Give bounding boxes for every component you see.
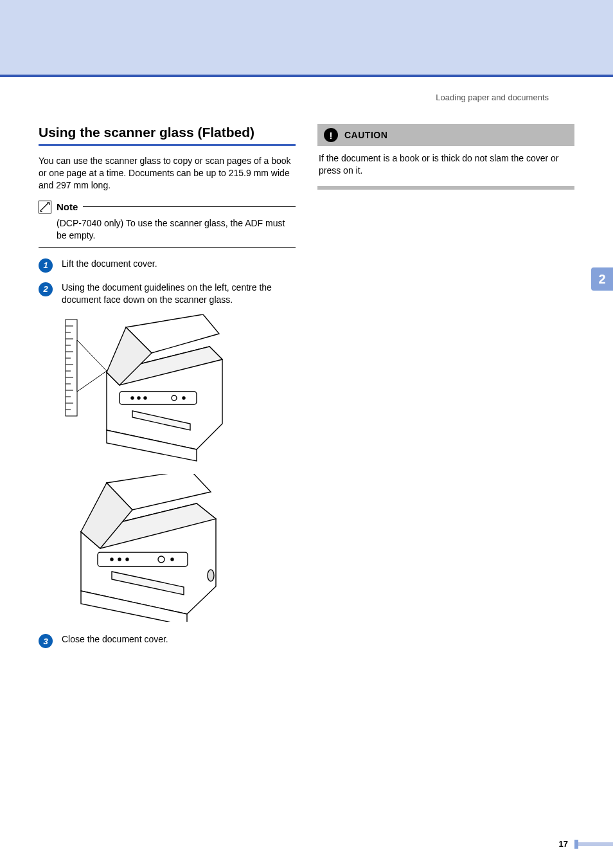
svg-rect-0 bbox=[66, 320, 77, 416]
caution-head: ! CAUTION bbox=[317, 124, 574, 146]
section-intro: You can use the scanner glass to copy or… bbox=[39, 155, 296, 192]
page-body: Loading paper and documents Using the sc… bbox=[0, 77, 613, 657]
illustration-scanner-open bbox=[62, 474, 229, 622]
chapter-side-tab: 2 bbox=[591, 267, 613, 291]
svg-point-20 bbox=[172, 395, 177, 401]
header-bar bbox=[0, 0, 613, 77]
illustration-scanner-open-with-ruler bbox=[62, 314, 229, 462]
running-head: Loading paper and documents bbox=[39, 93, 549, 102]
caution-end-grey bbox=[317, 186, 574, 190]
step-text-1: Lift the document cover. bbox=[62, 258, 296, 270]
right-column: ! CAUTION If the document is a book or i… bbox=[317, 124, 574, 657]
step-marker-3: 3 bbox=[39, 634, 53, 648]
note-icon bbox=[39, 201, 51, 213]
svg-point-24 bbox=[118, 558, 121, 561]
step-item-2: 2 Using the document guidelines on the l… bbox=[39, 282, 296, 306]
content-columns: Using the scanner glass (Flatbed) You ca… bbox=[39, 124, 574, 657]
svg-point-17 bbox=[131, 397, 134, 399]
step-list: 1 Lift the document cover. 2 Using the d… bbox=[39, 258, 296, 649]
illustration-group bbox=[62, 314, 296, 622]
step-marker-2: 2 bbox=[39, 282, 53, 296]
caution-text: If the document is a book or is thick do… bbox=[317, 146, 574, 186]
step-item-3: 3 Close the document cover. bbox=[39, 633, 296, 648]
svg-point-25 bbox=[126, 558, 129, 561]
note-label: Note bbox=[57, 201, 78, 212]
svg-point-27 bbox=[171, 558, 173, 561]
svg-point-19 bbox=[144, 397, 147, 399]
left-column: Using the scanner glass (Flatbed) You ca… bbox=[39, 124, 296, 657]
caution-icon: ! bbox=[324, 128, 338, 142]
page-number: 17 bbox=[559, 839, 568, 849]
ruler-icon bbox=[66, 320, 107, 416]
svg-point-23 bbox=[111, 558, 113, 561]
step-text-3: Close the document cover. bbox=[62, 633, 296, 646]
svg-marker-15 bbox=[77, 340, 107, 392]
printer-open-lid-icon bbox=[107, 314, 222, 461]
caution-end-rule bbox=[317, 186, 574, 190]
printer-open-lid-icon bbox=[81, 474, 216, 622]
step-marker-1: 1 bbox=[39, 258, 53, 273]
section-title-rule bbox=[39, 144, 296, 146]
caution-label: CAUTION bbox=[344, 130, 387, 140]
svg-point-21 bbox=[182, 397, 185, 399]
note-head-line bbox=[83, 206, 296, 207]
step-text-2: Using the document guidelines on the lef… bbox=[62, 282, 296, 306]
footer: 17 bbox=[0, 839, 613, 849]
note-end-rule bbox=[39, 247, 296, 248]
svg-point-18 bbox=[138, 397, 140, 399]
caution-block: ! CAUTION If the document is a book or i… bbox=[317, 124, 574, 190]
section-title: Using the scanner glass (Flatbed) bbox=[39, 124, 296, 140]
note-head-row: Note bbox=[39, 201, 296, 213]
svg-point-26 bbox=[158, 556, 164, 563]
note-block: Note (DCP-7040 only) To use the scanner … bbox=[39, 201, 296, 248]
footer-tick bbox=[574, 840, 578, 849]
svg-point-28 bbox=[208, 570, 214, 581]
note-text: (DCP-7040 only) To use the scanner glass… bbox=[39, 216, 296, 246]
step-item-1: 1 Lift the document cover. bbox=[39, 258, 296, 273]
